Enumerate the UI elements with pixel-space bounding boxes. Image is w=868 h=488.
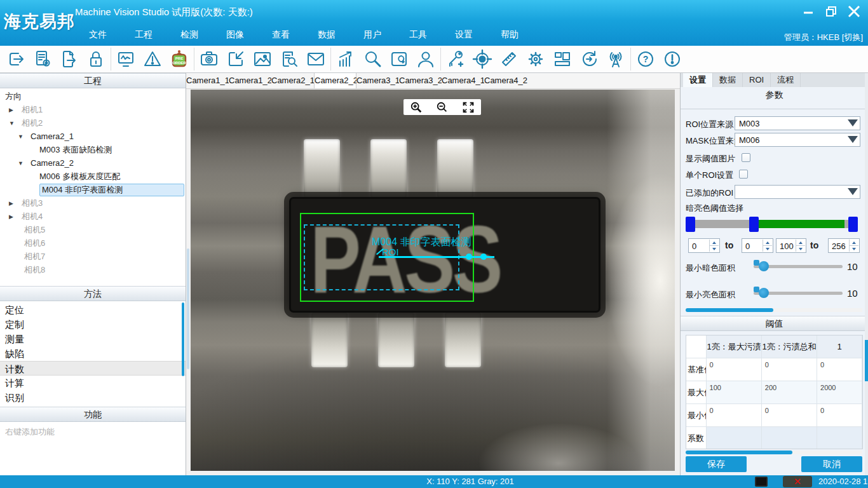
tree-item-相机6[interactable]: 相机6 <box>0 236 186 250</box>
mail-icon[interactable] <box>302 47 329 71</box>
antenna-icon[interactable] <box>602 47 629 71</box>
tree-item-Camera2_1[interactable]: ▼Camera2_1 <box>0 130 186 143</box>
min-dark-handle[interactable] <box>759 261 769 271</box>
camera-tab-Camera4_1[interactable]: Camera4_1 <box>442 73 484 88</box>
menu-item-工程[interactable]: 工程 <box>121 29 166 41</box>
user-icon[interactable] <box>412 47 439 71</box>
threshold-cell[interactable] <box>817 427 862 449</box>
settings-tab-设置[interactable]: 设置 <box>683 73 713 87</box>
bright-to-spinner[interactable]: 256 <box>828 238 860 253</box>
tree-item-Camera2_2[interactable]: ▼Camera2_2 <box>0 156 186 170</box>
close-button[interactable] <box>846 4 862 19</box>
about-icon[interactable] <box>659 47 686 71</box>
zoom-out-icon[interactable] <box>436 101 449 114</box>
settings-tab-数据[interactable]: 数据 <box>713 73 743 87</box>
menu-item-用户[interactable]: 用户 <box>349 29 395 41</box>
camera-tab-Camera1_1[interactable]: Camera1_1 <box>186 73 229 88</box>
method-item-计数[interactable]: 计数 <box>0 361 186 376</box>
method-item-定位[interactable]: 定位 <box>0 302 186 317</box>
min-dark-slider[interactable] <box>754 265 843 268</box>
ruler-icon[interactable] <box>496 47 522 71</box>
method-item-计算[interactable]: 计算 <box>0 376 186 390</box>
import-icon[interactable] <box>222 47 249 71</box>
menu-item-图像[interactable]: 图像 <box>212 29 258 41</box>
params-hscrollbar[interactable] <box>686 308 862 312</box>
threshold-cell[interactable]: 0 <box>762 404 817 426</box>
tree-item-M003[interactable]: M003 表面缺陷检测 <box>0 143 186 156</box>
status-alarm-icon[interactable]: ✕ <box>783 476 812 487</box>
camera-tab-Camera1_2[interactable]: Camera1_2 <box>229 73 271 88</box>
menu-item-帮助[interactable]: 帮助 <box>487 29 532 41</box>
camera-tab-Camera4_2[interactable]: Camera4_2 <box>484 73 527 88</box>
minimize-button[interactable] <box>801 4 816 19</box>
collapsed-arrow-icon[interactable]: ▶ <box>9 214 13 220</box>
threshold-cell[interactable] <box>762 427 817 449</box>
preorder-icon[interactable]: PREORDER <box>166 47 193 71</box>
camera-icon[interactable] <box>196 47 222 71</box>
image-icon[interactable] <box>249 47 276 71</box>
threshold-cell[interactable]: 0 <box>707 358 762 381</box>
method-list-scrollbar[interactable] <box>182 302 184 376</box>
method-item-定制[interactable]: 定制 <box>0 317 186 332</box>
project-settings-icon[interactable] <box>29 47 56 71</box>
threshold-handle-high[interactable] <box>848 217 858 232</box>
threshold-handle-low[interactable] <box>686 217 695 232</box>
report-search-icon[interactable] <box>276 47 302 71</box>
chart-icon[interactable] <box>332 47 359 71</box>
export-icon[interactable] <box>56 47 83 71</box>
canvas-scrollbar[interactable] <box>186 90 190 471</box>
camera-tab-Camera2_2[interactable]: Camera2_2 <box>314 73 356 88</box>
threshold-cell[interactable]: 0 <box>762 358 817 381</box>
lock-icon[interactable] <box>83 47 109 71</box>
status-black-icon[interactable] <box>755 477 768 487</box>
fit-screen-icon[interactable] <box>462 101 475 114</box>
settings-tab-流程[interactable]: 流程 <box>771 73 801 87</box>
gear-icon[interactable] <box>522 47 549 71</box>
method-item-缺陷[interactable]: 缺陷 <box>0 346 186 361</box>
added-roi-select[interactable] <box>735 185 860 199</box>
tree-item-M006[interactable]: M006 多模板灰度匹配 <box>0 170 186 183</box>
tree-item-相机2[interactable]: ▼相机2 <box>0 116 186 130</box>
camera-tab-Camera2_1[interactable]: Camera2_1 <box>271 73 314 88</box>
settings-tab-ROI[interactable]: ROI <box>743 73 771 87</box>
cancel-button[interactable]: 取消 <box>801 456 862 472</box>
roi-drag-handle[interactable] <box>466 254 472 260</box>
expanded-arrow-icon[interactable]: ▼ <box>18 160 24 166</box>
switch-user-link[interactable]: [切换] <box>842 32 863 42</box>
key-add-icon[interactable] <box>442 47 469 71</box>
single-roi-checkbox[interactable] <box>739 170 748 179</box>
threshold-cell[interactable]: 2000 <box>817 381 862 403</box>
sync-icon[interactable] <box>576 47 602 71</box>
camera-tab-Camera3_1[interactable]: Camera3_1 <box>356 73 399 88</box>
help-icon[interactable]: ? <box>632 47 659 71</box>
threshold-cell[interactable]: 0 <box>817 404 862 426</box>
tree-item-相机7[interactable]: 相机7 <box>0 250 186 263</box>
tree-item-相机3[interactable]: ▶相机3 <box>0 196 186 210</box>
roi-source-select[interactable]: M003 <box>735 116 860 130</box>
menu-item-设置[interactable]: 设置 <box>441 29 487 41</box>
save-button[interactable]: 保存 <box>686 456 747 472</box>
menu-item-数据[interactable]: 数据 <box>304 29 349 41</box>
layout-icon[interactable] <box>549 47 576 71</box>
camera-image[interactable]: PASS M004 非印字表面检测 ROI <box>191 90 675 471</box>
monitor-icon[interactable] <box>112 47 139 71</box>
threshold-handle-mid[interactable] <box>749 217 759 232</box>
roi-handle-line[interactable] <box>379 256 494 258</box>
table-hscrollbar[interactable] <box>686 451 862 454</box>
dark-to-spinner[interactable]: 0 <box>742 238 773 253</box>
tree-item-相机8[interactable]: 相机8 <box>0 263 186 276</box>
menu-item-检测[interactable]: 检测 <box>166 29 212 41</box>
camera-tab-Camera3_2[interactable]: Camera3_2 <box>399 73 442 88</box>
restore-button[interactable] <box>824 4 839 19</box>
threshold-cell[interactable] <box>707 427 762 449</box>
expanded-arrow-icon[interactable]: ▼ <box>9 120 15 126</box>
zoom-in-icon[interactable] <box>410 101 423 114</box>
tree-item-相机5[interactable]: 相机5 <box>0 223 186 236</box>
show-threshold-checkbox[interactable] <box>742 153 750 162</box>
warning-icon[interactable] <box>139 47 166 71</box>
roi-drag-handle[interactable] <box>480 254 487 260</box>
dark-from-spinner[interactable]: 0 <box>688 238 720 253</box>
min-bright-handle[interactable] <box>759 288 769 298</box>
panel-vscrollbar[interactable] <box>865 73 868 475</box>
search-icon[interactable] <box>359 47 386 71</box>
